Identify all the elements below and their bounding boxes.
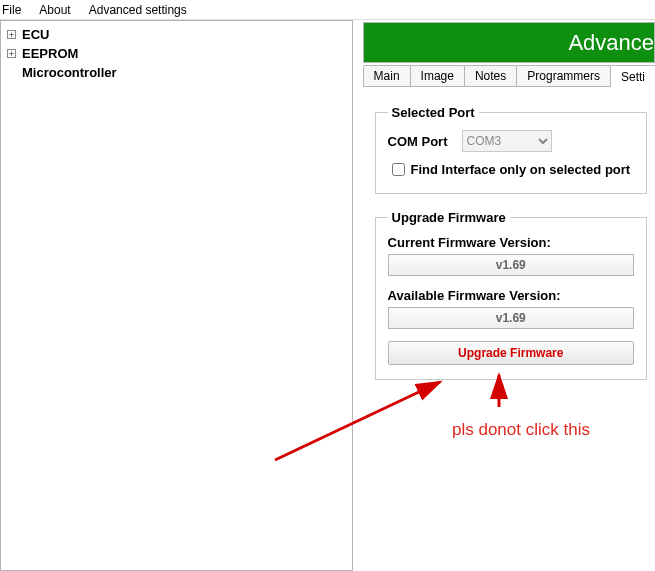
upgrade-firmware-legend: Upgrade Firmware [388, 210, 510, 225]
current-fw-label: Current Firmware Version: [388, 235, 634, 250]
find-interface-checkbox[interactable] [392, 163, 405, 176]
selected-port-group: Selected Port COM Port COM3 Find Interfa… [375, 105, 647, 194]
expand-icon[interactable]: + [7, 49, 16, 58]
find-interface-label: Find Interface only on selected port [411, 162, 631, 177]
menu-about[interactable]: About [39, 3, 70, 17]
tab-notes[interactable]: Notes [464, 65, 517, 86]
tab-programmers[interactable]: Programmers [516, 65, 611, 86]
banner-title: Advance [568, 30, 654, 56]
tree-micro[interactable]: Microcontroller [3, 63, 350, 82]
selected-port-legend: Selected Port [388, 105, 479, 120]
com-port-label: COM Port [388, 134, 448, 149]
tree-eeprom[interactable]: + EEPROM [3, 44, 350, 63]
upgrade-firmware-group: Upgrade Firmware Current Firmware Versio… [375, 210, 647, 380]
com-port-select[interactable]: COM3 [462, 130, 552, 152]
menu-advanced[interactable]: Advanced settings [89, 3, 187, 17]
upgrade-firmware-button[interactable]: Upgrade Firmware [388, 341, 634, 365]
tree-ecu[interactable]: + ECU [3, 25, 350, 44]
menubar: File About Advanced settings [0, 0, 655, 20]
tree-leaf-icon [7, 68, 16, 77]
com-port-row: COM Port COM3 [388, 130, 634, 152]
available-fw-value: v1.69 [388, 307, 634, 329]
tab-settings[interactable]: Setti [610, 65, 655, 87]
right-pane: Advance Main Image Notes Programmers Set… [353, 20, 655, 571]
tabbar: Main Image Notes Programmers Setti [363, 65, 655, 87]
current-fw-value: v1.69 [388, 254, 634, 276]
available-fw-label: Available Firmware Version: [388, 288, 634, 303]
tree-label: EEPROM [22, 46, 78, 61]
tab-image[interactable]: Image [410, 65, 465, 86]
tree-label: ECU [22, 27, 49, 42]
tab-main[interactable]: Main [363, 65, 411, 86]
find-interface-row: Find Interface only on selected port [388, 160, 634, 179]
banner: Advance [363, 22, 655, 63]
tree-label: Microcontroller [22, 65, 117, 80]
main-area: + ECU + EEPROM Microcontroller Advance M… [0, 20, 655, 571]
expand-icon[interactable]: + [7, 30, 16, 39]
tree-sidebar: + ECU + EEPROM Microcontroller [0, 20, 353, 571]
menu-file[interactable]: File [2, 3, 21, 17]
settings-panel: Selected Port COM Port COM3 Find Interfa… [367, 97, 655, 404]
